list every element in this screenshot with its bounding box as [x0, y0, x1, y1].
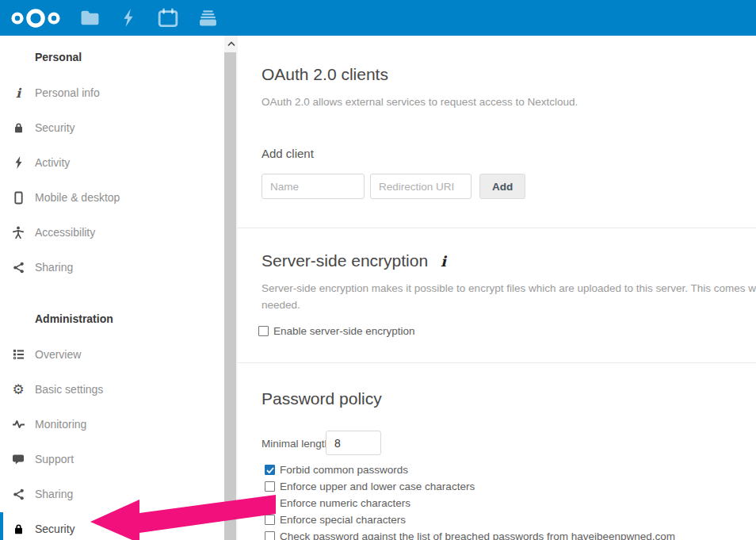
sidebar-item-support[interactable]: Support [0, 450, 224, 469]
scrollbar-thumb[interactable] [224, 52, 236, 540]
enforce-upper-lower-checkbox[interactable] [265, 481, 275, 492]
list-icon [11, 347, 25, 362]
files-app-icon[interactable] [78, 0, 101, 36]
policy-row-forbid-common: Forbid common passwords [265, 463, 408, 477]
enforce-special-checkbox[interactable] [265, 515, 275, 525]
mobile-icon [11, 190, 25, 205]
redirection-uri-input[interactable] [370, 174, 472, 199]
password-policy-section-title: Password policy [262, 389, 382, 408]
bolt-icon [11, 155, 25, 170]
enable-encryption-row: Enable server-side encryption [258, 324, 415, 338]
activity-app-icon[interactable] [117, 0, 139, 36]
calendar-app-icon[interactable] [157, 0, 179, 36]
sidebar-item-sharing-personal[interactable]: Sharing [0, 258, 224, 277]
lock-icon [11, 522, 25, 536]
section-divider [238, 228, 756, 228]
add-client-label: Add client [262, 147, 314, 160]
sidebar-heading-administration: Administration [35, 310, 113, 327]
gear-icon: ⚙ [11, 382, 25, 396]
policy-row-hibp: Check password against the list of breac… [265, 530, 675, 540]
sidebar-scrollbar [224, 36, 238, 540]
share-icon [11, 260, 25, 274]
sidebar-item-personal-info[interactable]: i Personal info [0, 83, 224, 102]
pulse-icon [11, 417, 25, 431]
section-divider [238, 362, 756, 363]
sidebar-item-activity[interactable]: Activity [0, 153, 224, 172]
client-name-input[interactable] [262, 174, 365, 199]
lock-icon [11, 121, 25, 135]
share-icon [11, 487, 25, 501]
deck-app-icon[interactable] [197, 0, 219, 36]
sidebar-item-accessibility[interactable]: Accessibility [0, 223, 224, 242]
sidebar-item-security-admin[interactable]: Security [0, 519, 224, 538]
sidebar-heading-personal: Personal [35, 48, 82, 66]
sidebar-item-overview[interactable]: Overview [0, 345, 224, 364]
encryption-description-line1: Server-side encryption makes it possible… [262, 282, 756, 294]
minimal-length-label: Minimal length [262, 438, 330, 450]
policy-row-upper-lower: Enforce upper and lower case characters [265, 480, 475, 493]
minimal-length-input[interactable] [326, 431, 381, 455]
oauth-section-title: OAuth 2.0 clients [262, 65, 388, 84]
sidebar-item-security-personal[interactable]: Security [0, 118, 224, 137]
info-icon[interactable]: i [441, 253, 446, 270]
settings-sidebar: Personal i Personal info Security Activi… [0, 36, 238, 540]
encryption-description-line2: needed. [262, 299, 300, 311]
info-icon: i [11, 86, 25, 100]
enforce-numeric-checkbox[interactable] [265, 498, 275, 508]
nextcloud-logo-icon[interactable] [10, 7, 62, 29]
oauth-section-description: OAuth 2.0 allows external services to re… [262, 96, 578, 108]
accessibility-icon [11, 225, 25, 239]
policy-row-special: Enforce special characters [265, 513, 406, 527]
nextcloud-settings-page: Personal i Personal info Security Activi… [0, 0, 756, 540]
sidebar-item-basic-settings[interactable]: ⚙ Basic settings [0, 380, 224, 399]
add-client-button[interactable]: Add [479, 174, 525, 199]
top-header-bar [0, 0, 756, 36]
forbid-common-passwords-checkbox[interactable] [265, 465, 275, 475]
sidebar-item-sharing-admin[interactable]: Sharing [0, 484, 224, 504]
settings-main-panel: OAuth 2.0 clients OAuth 2.0 allows exter… [238, 36, 756, 540]
scroll-up-button[interactable] [224, 36, 238, 52]
sidebar-item-mobile-desktop[interactable]: Mobile & desktop [0, 188, 224, 207]
check-breached-passwords-checkbox[interactable] [265, 531, 275, 540]
chat-bubble-icon [11, 452, 25, 466]
sidebar-item-monitoring[interactable]: Monitoring [0, 415, 224, 434]
enable-encryption-checkbox[interactable] [258, 326, 269, 336]
chevron-up-icon [227, 41, 235, 47]
policy-row-numeric: Enforce numeric characters [265, 496, 410, 510]
encryption-section-title: Server-side encryptioni [262, 251, 446, 270]
